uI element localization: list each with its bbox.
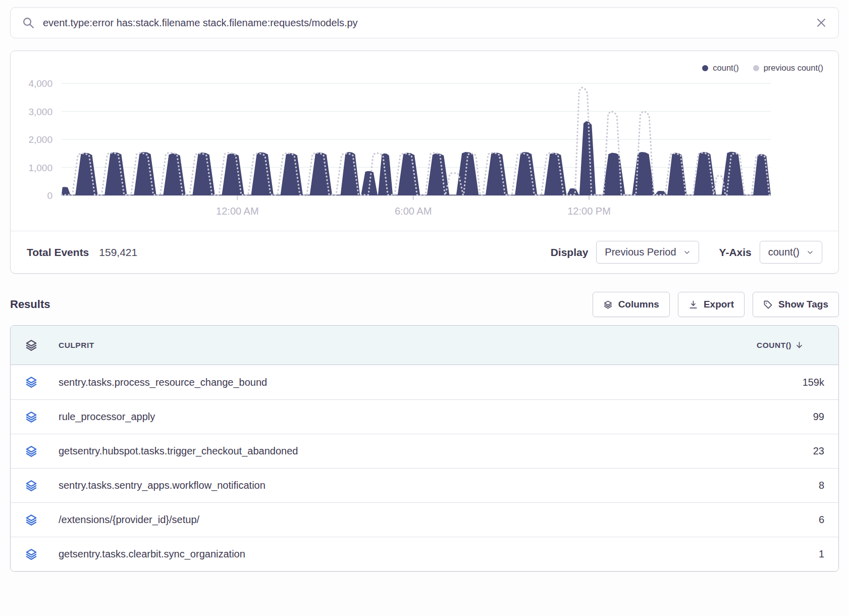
tag-icon — [763, 300, 773, 310]
culprit-cell[interactable]: sentry.tasks.sentry_apps.workflow_notifi… — [59, 480, 266, 491]
count-cell: 159k — [803, 377, 824, 388]
table-row: sentry.tasks.sentry_apps.workflow_notifi… — [11, 468, 838, 502]
columns-button-label: Columns — [618, 299, 659, 310]
stack-icon[interactable] — [25, 410, 38, 424]
yaxis-dropdown[interactable]: count() — [760, 241, 822, 264]
svg-text:12:00 PM: 12:00 PM — [567, 206, 611, 217]
stack-icon[interactable] — [25, 376, 38, 389]
legend-dot-count — [702, 65, 708, 71]
legend-dot-previous-count — [753, 65, 759, 71]
chevron-down-icon — [683, 249, 691, 256]
stack-icon[interactable] — [25, 445, 38, 458]
display-label: Display — [551, 246, 589, 259]
chart-legend: count() previous count() — [702, 63, 823, 73]
results-title: Results — [10, 298, 50, 311]
svg-text:3,000: 3,000 — [28, 107, 52, 117]
count-cell: 23 — [813, 445, 824, 457]
show-tags-button[interactable]: Show Tags — [753, 292, 839, 317]
total-events-label: Total Events — [27, 246, 89, 259]
table-row: getsentry.tasks.clearbit.sync_organizati… — [11, 537, 838, 571]
show-tags-button-label: Show Tags — [778, 299, 828, 310]
culprit-cell[interactable]: sentry.tasks.process_resource_change_bou… — [59, 377, 267, 388]
count-cell: 99 — [813, 411, 824, 423]
export-button[interactable]: Export — [678, 292, 745, 317]
yaxis-dropdown-value: count() — [768, 246, 800, 258]
stack-icon — [25, 339, 38, 352]
svg-text:1,000: 1,000 — [28, 163, 52, 173]
chart-controls: Display Previous Period Y-Axis count() — [551, 241, 822, 264]
events-time-series-chart: 01,0002,0003,0004,00012:00 AM6:00 AM12:0… — [11, 58, 838, 227]
sort-arrow-down-icon — [795, 341, 804, 349]
search-icon — [22, 16, 35, 29]
display-dropdown-value: Previous Period — [605, 246, 676, 258]
clear-search-icon[interactable] — [815, 17, 827, 29]
layers-icon — [603, 300, 613, 310]
table-header-row: CULPRIT COUNT() — [11, 326, 838, 365]
count-cell: 1 — [819, 548, 824, 560]
table-row: sentry.tasks.process_resource_change_bou… — [11, 365, 838, 399]
chevron-down-icon — [807, 249, 814, 256]
legend-label-previous-count: previous count() — [764, 63, 823, 73]
table-row: getsentry.hubspot.tasks.trigger_checkout… — [11, 434, 838, 468]
count-column-header[interactable]: COUNT() — [757, 341, 824, 350]
table-row: rule_processor_apply 99 — [11, 399, 838, 434]
stack-icon[interactable] — [25, 514, 38, 527]
culprit-column-header[interactable]: CULPRIT — [59, 341, 94, 350]
culprit-cell[interactable]: getsentry.hubspot.tasks.trigger_checkout… — [59, 445, 298, 457]
svg-text:12:00 AM: 12:00 AM — [216, 206, 259, 217]
legend-item-count[interactable]: count() — [702, 63, 738, 73]
culprit-cell[interactable]: rule_processor_apply — [59, 411, 155, 423]
search-input[interactable] — [43, 17, 807, 29]
legend-item-previous-count[interactable]: previous count() — [753, 63, 823, 73]
columns-button[interactable]: Columns — [593, 292, 670, 317]
export-button-label: Export — [704, 299, 734, 310]
display-dropdown[interactable]: Previous Period — [596, 241, 699, 264]
events-chart-panel: count() previous count() 01,0002,0003,00… — [10, 50, 839, 274]
download-icon — [688, 300, 698, 310]
discover-page: count() previous count() 01,0002,0003,00… — [0, 0, 849, 579]
culprit-cell[interactable]: getsentry.tasks.clearbit.sync_organizati… — [59, 548, 245, 560]
search-bar — [10, 7, 839, 38]
stack-icon[interactable] — [25, 548, 38, 561]
svg-text:4,000: 4,000 — [28, 78, 52, 89]
culprit-cell[interactable]: /extensions/{provider_id}/setup/ — [59, 514, 199, 526]
results-actions: Columns Export Show Tags — [593, 292, 839, 317]
count-cell: 8 — [819, 480, 824, 491]
svg-text:6:00 AM: 6:00 AM — [395, 206, 432, 217]
results-header-row: Results Columns Export — [10, 292, 839, 317]
total-events-value: 159,421 — [99, 246, 137, 259]
svg-text:2,000: 2,000 — [28, 134, 52, 145]
stack-icon[interactable] — [25, 479, 38, 492]
chart-footer: Total Events 159,421 Display Previous Pe… — [11, 231, 838, 273]
results-table: CULPRIT COUNT() sentry.tasks.process_res… — [10, 325, 839, 572]
count-cell: 6 — [819, 514, 824, 526]
table-row: /extensions/{provider_id}/setup/ 6 — [11, 502, 838, 537]
legend-label-count: count() — [713, 63, 738, 73]
chart-area: 01,0002,0003,0004,00012:00 AM6:00 AM12:0… — [11, 51, 838, 227]
svg-text:0: 0 — [47, 190, 52, 201]
yaxis-label: Y-Axis — [719, 246, 752, 259]
